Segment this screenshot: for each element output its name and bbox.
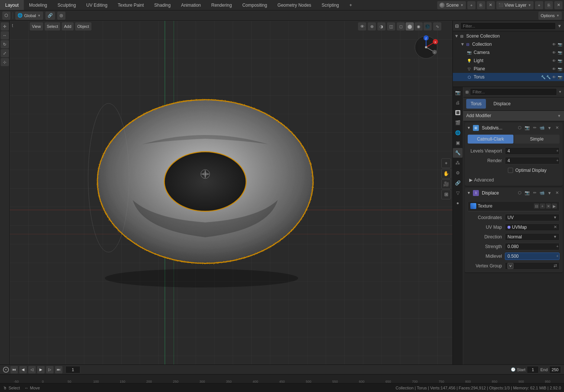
tree-row-scene-collection[interactable]: ▼ ⊟ Scene Collection <box>453 32 564 40</box>
tab-add[interactable]: + <box>344 0 357 10</box>
view-layer-add-btn[interactable]: + <box>535 1 543 9</box>
texture-show-btn[interactable]: ▶ <box>552 203 557 209</box>
collection-eye-btn[interactable]: 👁 <box>551 42 557 47</box>
jump-start-btn[interactable]: ⏮ <box>10 366 18 373</box>
proportional-btn[interactable]: ◎ <box>57 12 65 20</box>
tree-row-collection[interactable]: ▼ ⊟ Collection 👁 📷 <box>453 40 564 48</box>
camera-btn[interactable]: 🎥 <box>441 179 451 189</box>
modifier-tab-torus[interactable]: Torus <box>466 99 486 109</box>
options-btn[interactable]: Options ▼ <box>538 12 562 20</box>
solid-shading-btn[interactable]: ⬤ <box>406 22 414 30</box>
select-menu[interactable]: Select <box>45 22 61 30</box>
subdiv-realtime-btn[interactable]: ⬡ <box>516 125 523 131</box>
subdivision-header[interactable]: ▼ ⊞ Subdivis... ⬡ 📷 ✏ 📹 ▼ ✕ <box>465 123 563 133</box>
texture-remove-btn[interactable]: ✕ <box>546 203 551 209</box>
scene-add-btn[interactable]: + <box>467 1 476 9</box>
displace-expand-toggle[interactable]: ▼ <box>467 191 471 195</box>
displace-down-btn[interactable]: ▼ <box>546 190 553 196</box>
scene-copy-btn[interactable]: ⎘ <box>477 1 485 9</box>
simple-tab[interactable]: Simple <box>514 135 560 144</box>
view-menu[interactable]: View <box>30 22 43 30</box>
props-tab-physics[interactable]: ⚙ <box>453 168 463 178</box>
overlay-toggle[interactable]: ◑ <box>377 22 386 30</box>
tree-row-camera[interactable]: 📷 Camera 👁 📷 <box>453 48 564 57</box>
zoom-in-btn[interactable]: + <box>441 158 451 168</box>
props-tab-output[interactable]: 🖨 <box>453 98 463 107</box>
end-frame-display[interactable]: 250 <box>549 366 561 373</box>
props-filter-dropdown[interactable]: ▼ <box>558 90 562 94</box>
scene-close-btn[interactable]: ✕ <box>487 1 495 9</box>
strength-value[interactable]: 0.080 + <box>505 243 560 250</box>
cursor-tool[interactable]: ✛ <box>1 22 9 30</box>
view-layer-copy-btn[interactable]: ⎘ <box>545 1 553 9</box>
optimal-display-checkbox[interactable] <box>508 168 513 173</box>
add-menu[interactable]: Add <box>62 22 74 30</box>
transform-tool[interactable]: ⊹ <box>1 58 9 66</box>
advanced-row[interactable]: ▶ Advanced <box>468 176 560 184</box>
direction-value[interactable]: Normal ▼ <box>505 233 560 241</box>
tab-shading[interactable]: Shading <box>149 0 176 10</box>
props-tab-object[interactable]: ▣ <box>453 138 463 148</box>
tab-compositing[interactable]: Compositing <box>237 0 273 10</box>
subdiv-edit-btn[interactable]: ✏ <box>531 125 538 131</box>
tab-scripting[interactable]: Scripting <box>316 0 344 10</box>
vertex-group-swap-btn[interactable]: ⇄ <box>554 263 557 268</box>
xray-toggle[interactable]: ◫ <box>387 22 395 30</box>
uvmap-value[interactable]: UVMap ✕ <box>505 224 560 231</box>
subdiv-cam-btn[interactable]: 📹 <box>539 125 545 131</box>
global-transform-btn[interactable]: 🌐 Global ▼ <box>15 12 43 20</box>
outliner-filter-icon[interactable]: ▼ <box>557 23 562 29</box>
object-menu[interactable]: Object <box>75 22 91 30</box>
move-tool[interactable]: ↔ <box>1 31 9 39</box>
viewport[interactable]: t View Select Add Object 👁 ⊕ ◑ ◫ ◻ ⬤ ◉ 🌑… <box>10 21 452 364</box>
rotate-tool[interactable]: ↻ <box>1 40 9 48</box>
props-tab-constraints[interactable]: 🔗 <box>453 178 463 188</box>
plane-eye-btn[interactable]: 👁 <box>551 66 557 71</box>
collection-render-btn[interactable]: 📷 <box>557 42 563 47</box>
texture-new-btn[interactable]: + <box>540 203 545 209</box>
tree-row-plane[interactable]: ▽ Plane 👁 📷 <box>453 65 564 73</box>
props-tab-material[interactable]: ● <box>453 198 463 208</box>
snap-icon-btn[interactable]: ∿ <box>433 22 441 30</box>
tree-row-light[interactable]: 💡 Light 👁 📷 <box>453 57 564 65</box>
tree-row-torus[interactable]: ⬡ Torus 🔧 🔧 👁 📷 <box>453 73 564 81</box>
render-levels-value[interactable]: 4 + <box>505 157 560 164</box>
tab-geometry-nodes[interactable]: Geometry Nodes <box>272 0 316 10</box>
editor-type-btn[interactable]: ⬡ <box>2 12 10 20</box>
tab-modeling[interactable]: Modeling <box>24 0 52 10</box>
props-tab-scene[interactable]: 🎬 <box>453 118 463 128</box>
uvmap-remove-btn[interactable]: ✕ <box>554 225 557 229</box>
tab-rendering[interactable]: Rendering <box>206 0 237 10</box>
current-frame-display[interactable]: 1 <box>65 366 80 373</box>
render-shading-btn[interactable]: 🌑 <box>423 22 432 30</box>
torus-eye-btn[interactable]: 👁 <box>551 74 557 80</box>
light-render-btn[interactable]: 📷 <box>557 58 563 63</box>
play-forward-btn[interactable]: ▶ <box>37 366 45 373</box>
collection-toggle[interactable]: ▼ <box>460 42 465 47</box>
jump-end-btn[interactable]: ⏭ <box>55 366 62 373</box>
play-btn[interactable]: ● <box>3 367 9 373</box>
displace-realtime-btn[interactable]: ⬡ <box>516 190 523 196</box>
pan-btn[interactable]: ✋ <box>441 169 451 179</box>
plane-render-btn[interactable]: 📷 <box>557 66 563 71</box>
step-forward-btn[interactable]: ▷ <box>46 366 54 373</box>
tab-texture-paint[interactable]: Texture Paint <box>113 0 149 10</box>
viewport-shading-toggle[interactable]: 👁 <box>358 22 366 30</box>
scale-tool[interactable]: ⤢ <box>1 49 9 57</box>
vertex-group-value[interactable]: V ⇄ <box>505 262 560 270</box>
levels-viewport-value[interactable]: 4 + <box>505 147 560 155</box>
displace-edit-btn[interactable]: ✏ <box>531 190 538 196</box>
camera-eye-btn[interactable]: 👁 <box>551 50 557 55</box>
props-tab-modifiers[interactable]: 🔧 <box>453 148 463 158</box>
snap-btn[interactable]: 🔗 <box>45 12 55 20</box>
displace-render-btn[interactable]: 📷 <box>524 190 531 196</box>
tab-layout[interactable]: Layout <box>0 0 24 10</box>
catmull-clark-tab[interactable]: Catmull-Clark <box>468 135 513 144</box>
texture-browse-btn[interactable]: ⊟ <box>534 203 539 209</box>
displace-cam-btn[interactable]: 📹 <box>539 190 545 196</box>
material-shading-btn[interactable]: ◉ <box>415 22 423 30</box>
coordinates-value[interactable]: UV ▼ <box>505 214 560 221</box>
modifier-tab-displace[interactable]: Displace <box>489 99 515 109</box>
displace-close-btn[interactable]: ✕ <box>554 190 560 196</box>
play-reverse-btn[interactable]: ◁ <box>28 366 36 373</box>
